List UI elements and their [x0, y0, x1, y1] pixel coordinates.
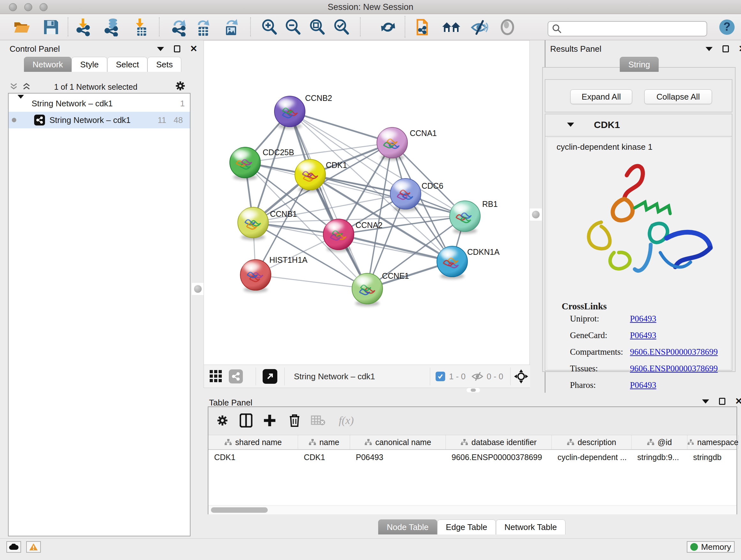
open-in-window-button[interactable] — [263, 369, 277, 384]
column-header-shared-name[interactable]: shared name — [208, 435, 298, 449]
crosslink-link[interactable]: P06493 — [630, 330, 657, 340]
cloud-status-button[interactable] — [6, 541, 21, 553]
crosslink-link[interactable]: 9606.ENSP00000378699 — [630, 347, 718, 357]
horizontal-scrollbar[interactable] — [208, 505, 737, 514]
left-splitter-handle[interactable] — [192, 283, 204, 295]
network-tree-child-row[interactable]: String Network – cdk1 11 48 — [9, 112, 190, 128]
network-canvas[interactable]: CCNB2CCNA1CDC25BCDK1CDC6RB1CCNB1CCNA2CDK… — [204, 41, 529, 364]
hide-selection-button[interactable] — [469, 17, 489, 37]
column-header-label: name — [320, 438, 340, 447]
zoom-selected-button[interactable] — [331, 17, 352, 37]
crosslink-label: GeneCard: — [570, 330, 607, 340]
table-panel: Table Panel ✕ f(x) shared namenamecanoni… — [204, 393, 741, 538]
panel-close-button[interactable]: ✕ — [189, 45, 199, 53]
collapse-entry-icon[interactable] — [567, 123, 574, 127]
export-table-button[interactable] — [193, 17, 213, 37]
refresh-layout-button[interactable] — [378, 17, 398, 37]
save-floppy-icon — [43, 19, 59, 36]
search-icon — [552, 24, 562, 34]
table-row[interactable]: CDK1CDK1P064939606.ENSP00000378699cyclin… — [208, 450, 737, 464]
column-header-name[interactable]: name — [298, 435, 350, 449]
control-panel-buttons: ✕ — [156, 45, 199, 53]
scrollbar-thumb[interactable] — [211, 507, 268, 513]
add-column-button[interactable] — [260, 411, 279, 430]
network-node-cdkn1a[interactable]: CDKN1A — [437, 246, 500, 279]
search-input[interactable] — [562, 24, 699, 33]
panel-menu-button[interactable] — [156, 45, 165, 53]
string-home-button[interactable] — [441, 17, 461, 37]
cdk1-result-header[interactable]: CDK1 — [545, 114, 732, 137]
network-edge[interactable] — [290, 111, 392, 143]
selected-checkbox[interactable] — [435, 372, 445, 381]
network-node-rb1[interactable]: RB1 — [450, 199, 498, 234]
zoom-in-button[interactable] — [259, 17, 280, 37]
panel-close-button[interactable]: ✕ — [734, 397, 741, 406]
panel-menu-button[interactable] — [701, 397, 711, 406]
save-session-button[interactable] — [41, 17, 61, 37]
tab-select[interactable]: Select — [107, 57, 147, 72]
table-cell[interactable]: cyclin-dependent ... — [552, 450, 631, 464]
zoom-out-button[interactable] — [283, 17, 303, 37]
tree-expand-icon[interactable] — [17, 99, 24, 109]
bottom-splitter-handle[interactable] — [467, 388, 480, 392]
table-cell[interactable]: CDK1 — [208, 450, 298, 464]
delete-column-button[interactable] — [285, 411, 304, 430]
crosslink-link[interactable]: P06493 — [630, 380, 657, 390]
network-edge[interactable] — [256, 275, 367, 289]
show-sphere-button[interactable] — [497, 17, 518, 37]
network-node-ccnb1[interactable]: CCNB1 — [238, 207, 297, 240]
tab-network-table[interactable]: Network Table — [496, 519, 565, 535]
table-cell[interactable]: P06493 — [350, 450, 446, 464]
network-tree-root-row[interactable]: String Network – cdk1 1 — [9, 95, 190, 112]
table-cell[interactable]: stringdb:9... — [631, 450, 687, 464]
network-node-ccna1[interactable]: CCNA1 — [377, 127, 437, 160]
import-network-database-button[interactable] — [102, 17, 123, 37]
tab-sets[interactable]: Sets — [147, 57, 181, 72]
network-share-button[interactable] — [229, 369, 243, 383]
gear-icon[interactable] — [175, 80, 186, 91]
tab-style[interactable]: Style — [71, 57, 107, 72]
column-header-id[interactable]: @id — [631, 435, 687, 449]
network-node-cdc6[interactable]: CDC6 — [390, 179, 443, 211]
table-settings-button[interactable] — [213, 411, 232, 430]
warning-status-button[interactable] — [26, 541, 41, 553]
expand-all-button[interactable]: Expand All — [570, 89, 632, 104]
birdseye-target-icon[interactable] — [514, 369, 528, 383]
network-node-hist1h1a[interactable]: HIST1H1A — [240, 255, 308, 293]
tab-edge-table[interactable]: Edge Table — [437, 519, 496, 535]
crosslink-link[interactable]: P06493 — [630, 314, 657, 324]
table-toolbar: f(x) — [208, 407, 737, 435]
help-button[interactable]: ? — [717, 17, 737, 37]
column-header-canonical-name[interactable]: canonical name — [350, 435, 446, 449]
panel-float-button[interactable] — [721, 45, 731, 53]
tab-node-table[interactable]: Node Table — [378, 519, 437, 535]
table-cell[interactable]: stringdb — [687, 450, 739, 464]
right-splitter-handle[interactable] — [530, 208, 542, 221]
network-node-cdk1[interactable]: CDK1 — [295, 159, 347, 192]
show-columns-button[interactable] — [237, 411, 256, 430]
panel-close-button[interactable]: ✕ — [738, 45, 741, 53]
collapse-all-button[interactable]: Collapse All — [644, 89, 712, 104]
panel-float-button[interactable] — [718, 397, 727, 406]
network-node-ccne1[interactable]: CCNE1 — [352, 271, 409, 306]
network-node-ccna2[interactable]: CCNA2 — [323, 219, 383, 252]
import-table-button[interactable] — [130, 17, 151, 37]
column-header-description[interactable]: description — [552, 435, 631, 449]
panel-float-button[interactable] — [172, 45, 182, 53]
import-network-file-button[interactable] — [73, 17, 94, 37]
export-image-button[interactable] — [221, 17, 241, 37]
crosslink-link[interactable]: 9606.ENSP00000378699 — [630, 364, 718, 374]
grid-view-icon[interactable] — [210, 370, 222, 383]
column-header-database-identifier[interactable]: database identifier — [446, 435, 552, 449]
tab-network[interactable]: Network — [24, 57, 71, 72]
column-header-namespace[interactable]: namespace — [687, 435, 739, 449]
zoom-fit-button[interactable] — [307, 17, 327, 37]
table-cell[interactable]: CDK1 — [298, 450, 350, 464]
export-network-button[interactable] — [169, 17, 190, 37]
panel-menu-button[interactable] — [704, 45, 714, 53]
tab-string[interactable]: String — [620, 57, 659, 72]
memory-button[interactable]: Memory — [687, 541, 735, 553]
table-cell[interactable]: 9606.ENSP00000378699 — [446, 450, 552, 464]
clone-network-button[interactable] — [413, 17, 433, 37]
open-session-button[interactable] — [11, 17, 32, 37]
